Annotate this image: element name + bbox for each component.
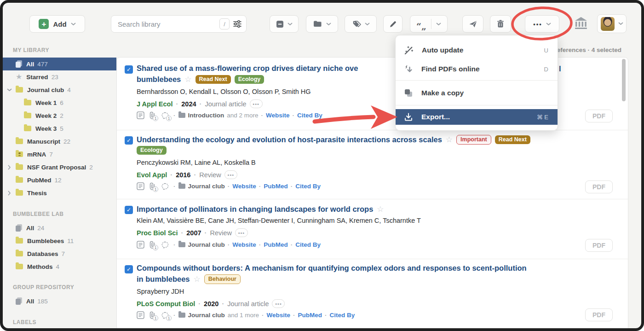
reference-title[interactable]: Shared use of a mass-flowering crop driv… — [137, 64, 358, 73]
pdf-button[interactable]: PDF — [585, 180, 613, 193]
cited-by-link[interactable]: Cited By — [295, 183, 321, 190]
chevron-right-icon[interactable] — [8, 165, 11, 170]
pdf-button[interactable]: PDF — [585, 308, 613, 321]
comment-icon[interactable]: 1 — [161, 312, 169, 319]
journal-name[interactable]: PLoS Comput Biol — [137, 300, 195, 308]
sidebar-item-nsf-grant-proposal[interactable]: NSF Grant Proposal 2 — [3, 161, 116, 174]
sidebar-item-week-3[interactable]: Week 3 5 — [3, 122, 116, 135]
sidebar-item-group-all[interactable]: All 185 — [3, 295, 116, 308]
attachment-icon[interactable]: 1 — [149, 111, 155, 119]
sidebar-item-thesis[interactable]: Thesis — [3, 186, 116, 199]
journal-name[interactable]: Evol Appl — [137, 171, 167, 179]
tag-ecology[interactable]: Ecology — [137, 146, 167, 155]
filter-sliders-icon[interactable] — [233, 20, 242, 28]
notes-icon[interactable] — [137, 182, 144, 190]
sidebar-item-manuscript[interactable]: Manuscript 22 — [3, 135, 116, 148]
collection-name[interactable]: Introduction — [188, 112, 224, 119]
row-more-button[interactable]: ••• — [250, 99, 263, 108]
more-actions-button[interactable]: ••• — [525, 15, 559, 33]
attachment-icon[interactable]: 1 — [149, 182, 155, 190]
notes-icon[interactable] — [137, 241, 144, 249]
row-checkbox[interactable]: ✓ — [125, 65, 133, 74]
comment-icon[interactable] — [161, 183, 169, 190]
tag-read-next[interactable]: Read Next — [196, 75, 231, 84]
move-to-folder-button[interactable] — [306, 15, 338, 33]
pubmed-link[interactable]: PubMed — [298, 312, 322, 319]
sidebar-item-week-2[interactable]: Week 2 2 — [3, 109, 116, 122]
search-input[interactable] — [118, 20, 219, 28]
sidebar-item-all[interactable]: All 477 — [3, 58, 116, 70]
reference-title[interactable]: Understanding the ecology and evolution … — [137, 135, 442, 144]
website-link[interactable]: Website — [232, 241, 256, 248]
reference-row[interactable]: ✓ Understanding the ecology and evolutio… — [117, 130, 628, 199]
collection-name[interactable]: Journal club — [188, 183, 225, 190]
cited-by-link[interactable]: Cited By — [297, 112, 322, 119]
select-all-button[interactable] — [270, 15, 299, 33]
website-link[interactable]: Website — [266, 112, 290, 119]
menu-divider — [396, 80, 558, 81]
institution-icon[interactable] — [574, 17, 588, 29]
reference-title[interactable]: Compounds without borders: A mechanism f… — [137, 264, 527, 273]
website-link[interactable]: Website — [232, 183, 256, 190]
pubmed-link[interactable]: PubMed — [264, 241, 288, 248]
journal-name[interactable]: J Appl Ecol — [137, 100, 172, 108]
row-checkbox[interactable]: ✓ — [125, 136, 133, 145]
scrollbar-thumb[interactable] — [622, 59, 626, 101]
pubmed-link[interactable]: PubMed — [264, 183, 288, 190]
collection-name[interactable]: Journal club — [188, 241, 225, 248]
notes-icon[interactable] — [137, 311, 144, 319]
account-menu-button[interactable] — [597, 14, 627, 33]
sidebar-item-bumblebees[interactable]: Bumblebees 11 — [3, 234, 116, 247]
star-toggle-icon[interactable]: ☆ — [194, 274, 201, 284]
sidebar-item-databases[interactable]: Databases 7 — [3, 247, 116, 260]
sidebar-item-methods[interactable]: Methods 4 — [3, 260, 116, 273]
star-toggle-icon[interactable]: ☆ — [377, 204, 384, 214]
comment-icon[interactable]: 1 — [161, 112, 169, 119]
menu-item-auto-update[interactable]: Auto update U — [396, 43, 558, 58]
year: 2020 — [204, 300, 218, 308]
share-button[interactable] — [462, 15, 483, 33]
row-checkbox[interactable]: ✓ — [125, 206, 133, 214]
sidebar-item-lab-all[interactable]: All 24 — [3, 221, 116, 234]
attachment-icon[interactable]: 1 — [149, 311, 155, 319]
edit-button[interactable] — [383, 15, 402, 33]
search-box[interactable]: / — [111, 15, 247, 33]
pdf-button[interactable]: PDF — [585, 110, 613, 122]
tag-ecology[interactable]: Ecology — [235, 75, 264, 84]
chevron-down-icon[interactable] — [7, 88, 12, 92]
sidebar-item-pubmed[interactable]: PubMed 12 — [3, 174, 116, 186]
reference-title[interactable]: Importance of pollinators in changing la… — [137, 205, 373, 214]
menu-item-make-a-copy[interactable]: Make a copy — [396, 86, 558, 100]
website-link[interactable]: Website — [267, 312, 291, 319]
sidebar-item-week-1[interactable]: Week 1 6 — [3, 96, 116, 109]
reference-row[interactable]: ✓ Importance of pollinators in changing … — [117, 199, 628, 259]
chevron-right-icon[interactable] — [8, 191, 11, 196]
label-button[interactable] — [345, 15, 377, 33]
star-toggle-icon[interactable]: ☆ — [184, 75, 191, 84]
trash-button[interactable] — [490, 15, 511, 33]
row-more-button[interactable]: ••• — [272, 299, 285, 308]
sidebar-item-mrna[interactable]: mRNA 7 — [3, 148, 116, 161]
sidebar-item-journal-club[interactable]: Journal club 4 — [3, 83, 116, 96]
tag-behaviour[interactable]: Behaviour — [204, 274, 241, 284]
menu-item-export[interactable]: Export... ⌘ E — [396, 109, 558, 125]
add-button[interactable]: + Add — [29, 15, 85, 33]
tag-important[interactable]: Important — [456, 135, 491, 145]
tag-read-next[interactable]: Read Next — [495, 135, 530, 144]
collection-name[interactable]: Journal club — [188, 312, 225, 319]
row-more-button[interactable]: ••• — [235, 228, 248, 237]
attachment-icon[interactable]: 1 — [149, 241, 155, 249]
menu-item-find-pdfs-online[interactable]: Find PDFs online D — [396, 62, 558, 76]
row-more-button[interactable]: ••• — [224, 170, 237, 179]
sidebar-item-starred[interactable]: ★ Starred 23 — [3, 70, 116, 83]
cite-button[interactable]: “„ — [410, 15, 448, 33]
comment-icon[interactable] — [161, 241, 169, 249]
reference-row[interactable]: ✓ Compounds without borders: A mechanism… — [117, 259, 628, 331]
pdf-button[interactable]: PDF — [585, 239, 613, 252]
journal-name[interactable]: Proc Biol Sci — [137, 229, 178, 237]
row-checkbox[interactable]: ✓ — [125, 265, 133, 273]
star-toggle-icon[interactable]: ☆ — [446, 135, 453, 145]
notes-icon[interactable] — [137, 111, 144, 119]
cited-by-link[interactable]: Cited By — [330, 312, 355, 319]
cited-by-link[interactable]: Cited By — [295, 241, 321, 248]
